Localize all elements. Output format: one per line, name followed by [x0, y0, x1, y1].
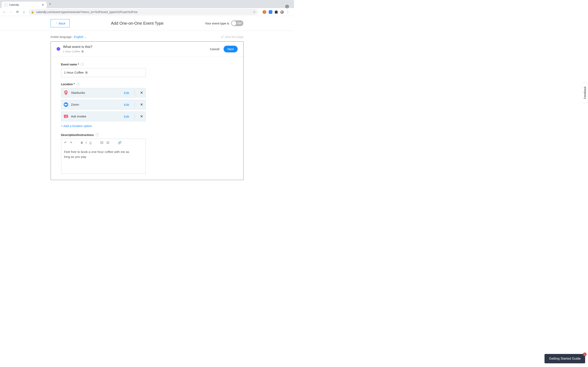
edit-location-link[interactable]: Edit [124, 91, 129, 95]
toggle-knob [232, 21, 236, 25]
nav-forward-icon[interactable]: → [9, 10, 13, 14]
italic-icon[interactable]: I [86, 141, 87, 145]
event-name-label: Event name * [61, 63, 79, 66]
chevron-down-icon: ⌄ [84, 36, 86, 38]
undo-icon[interactable]: ↶ [64, 141, 67, 145]
redo-icon[interactable]: ↷ [70, 141, 72, 145]
help-icon[interactable]: ? [76, 82, 80, 86]
bold-icon[interactable]: B [81, 141, 83, 145]
event-name-input[interactable] [61, 68, 146, 77]
remove-location-icon[interactable]: ✕ [140, 102, 143, 107]
svg-rect-1 [65, 104, 66, 105]
svg-rect-11 [107, 142, 109, 142]
svg-point-6 [100, 142, 101, 143]
number-list-icon[interactable]: 123 [106, 141, 109, 145]
underline-icon[interactable]: U [90, 141, 92, 145]
cancel-button[interactable]: Cancel [210, 47, 219, 51]
chrome-menu-icon[interactable]: ⋮ [286, 10, 290, 14]
location-name: Starbucks [71, 91, 85, 95]
tab-title: Calendly [9, 3, 19, 6]
svg-text:3: 3 [106, 143, 107, 144]
nav-home-icon[interactable]: ⌂ [22, 10, 26, 14]
nav-back-icon[interactable]: ← [2, 10, 6, 14]
add-location-link[interactable]: + Add a location option [61, 124, 92, 128]
favicon-icon: c [4, 3, 7, 7]
help-icon[interactable]: ? [80, 63, 84, 66]
chevron-left-icon: 〈 [55, 21, 58, 25]
svg-point-4 [100, 141, 101, 142]
extension-icon[interactable] [269, 10, 272, 14]
location-row: StarbucksEdit✕ [61, 88, 146, 98]
location-name: Zoom [71, 103, 79, 106]
url-text: calendly.com/event-types/new/solo?return… [36, 10, 138, 14]
close-tab-icon[interactable]: ✕ [42, 3, 44, 7]
event-enabled-toggle[interactable]: OFF [231, 20, 243, 26]
svg-point-3 [66, 116, 66, 117]
help-icon[interactable]: ? [95, 133, 99, 137]
profile-avatar-icon[interactable] [280, 10, 284, 14]
section-subtitle: 1 Hour Coffee ☕ [63, 50, 93, 53]
location-name: Ask invitee [71, 115, 86, 118]
event-setup-card: What event is this? 1 Hour Coffee ☕ Canc… [51, 42, 243, 180]
description-label: Description/Instructions [61, 133, 94, 137]
extension-icon[interactable] [263, 10, 266, 14]
remove-location-icon[interactable]: ✕ [140, 114, 143, 119]
view-live-page-link[interactable]: view live page [221, 35, 243, 39]
svg-point-8 [100, 143, 101, 144]
external-link-icon [221, 35, 224, 38]
ask-icon [64, 114, 68, 119]
svg-rect-7 [101, 142, 103, 142]
next-button[interactable]: Next [224, 46, 238, 52]
language-dropdown[interactable]: English ⌄ [74, 35, 86, 39]
edit-location-link[interactable]: Edit [124, 103, 129, 106]
link-icon[interactable]: 🔗 [118, 141, 122, 145]
svg-rect-5 [101, 142, 103, 142]
description-editor: ↶ ↷ B I U 123 🔗 Feel free to book a one … [61, 139, 146, 174]
edit-location-link[interactable]: Edit [124, 115, 129, 118]
page-title: Add One-on-One Event Type [111, 21, 164, 26]
back-button[interactable]: 〈 Back [51, 19, 70, 27]
browser-tab[interactable]: c Calendly ✕ [2, 2, 47, 8]
status-label: Your event type is [205, 22, 229, 25]
address-bar[interactable]: 🔒 calendly.com/event-types/new/solo?retu… [29, 9, 258, 15]
event-color-dot[interactable] [57, 47, 60, 51]
toggle-text: OFF [237, 22, 242, 25]
svg-rect-13 [107, 142, 109, 142]
bookmark-star-icon[interactable]: ☆ [253, 10, 256, 14]
location-row: Ask inviteeEdit✕ [61, 111, 146, 121]
location-label: Location * [61, 83, 75, 86]
back-label: Back [59, 22, 66, 25]
location-row: ZoomEdit✕ [61, 100, 146, 109]
remove-location-icon[interactable]: ✕ [140, 91, 143, 95]
invitee-language: Invitee language - English ⌄ [51, 35, 86, 39]
nav-reload-icon[interactable]: ⟳ [16, 10, 19, 14]
extensions-menu-icon[interactable] [275, 10, 278, 14]
description-textarea[interactable]: Feel free to book a one hour coffee with… [61, 147, 139, 174]
profile-dropdown-icon[interactable] [285, 5, 289, 8]
zoom-icon [64, 102, 68, 107]
section-question: What event is this? [63, 45, 93, 49]
pin-icon [64, 91, 68, 95]
new-tab-icon[interactable]: + [49, 2, 51, 6]
bullet-list-icon[interactable] [100, 141, 103, 145]
lock-icon: 🔒 [31, 11, 34, 13]
